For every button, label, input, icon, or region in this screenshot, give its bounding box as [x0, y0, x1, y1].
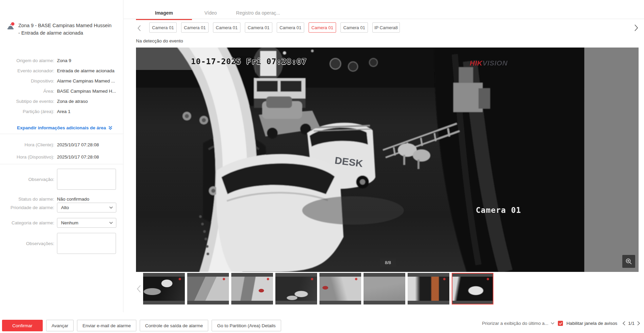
alarm-fields-list: Origem do alarme:Zona 9Evento acionador:…	[0, 55, 123, 116]
field-row: Partição (área):Area 1	[0, 106, 123, 116]
notification-window-checkbox[interactable]	[558, 321, 563, 326]
prioridade-row: Prioridade de alarme: Alto	[0, 203, 123, 212]
page-indicator: 1/1	[628, 321, 635, 326]
observacoes-label: Observações:	[0, 241, 57, 246]
camera-chip-8[interactable]: IP Camera8	[372, 22, 400, 33]
thumbnail-image	[275, 277, 317, 301]
camera-row-next-button[interactable]	[634, 24, 638, 31]
field-row: Hora (Cliente):2025/10/17 07:28:08	[0, 138, 123, 151]
status-value: Não confirmado	[57, 197, 89, 202]
categoria-label: Categoria de alarme:	[0, 220, 57, 225]
tabbar: ImagemVídeoRegistro da operaç...	[136, 7, 287, 19]
field-value: BASE Campinas Mamed H...	[57, 89, 116, 94]
observacao-textarea[interactable]	[57, 169, 116, 190]
field-row: Área:BASE Campinas Mamed H...	[0, 86, 123, 96]
thumb-dark-garage[interactable]	[143, 273, 185, 304]
zoom-in-button[interactable]	[622, 255, 635, 268]
pagination: 1/1	[623, 321, 640, 326]
camera-chip-2[interactable]: Camera 01	[181, 22, 209, 33]
thumb-gray-wall-gate[interactable]	[187, 273, 229, 304]
page-prev-icon[interactable]	[623, 321, 625, 326]
thumb-night-garage-van[interactable]	[452, 273, 493, 304]
chevron-down-icon	[109, 206, 113, 209]
image-index-badge: 8/8	[380, 258, 396, 267]
field-value: Alarme Campinas Mamed ...	[57, 78, 115, 84]
field-label: Origem do alarme:	[0, 58, 57, 63]
priority-display-dropdown[interactable]: Priorizar a exibição do último a...	[482, 321, 554, 326]
thumb-daylight-street[interactable]	[319, 273, 361, 304]
field-row: Dispositivo:Alarme Campinas Mamed ...	[0, 76, 123, 86]
field-value: Zona de atraso	[57, 99, 88, 104]
thumbnail-image	[187, 277, 229, 301]
field-row: Hora (Dispositivo):2025/10/17 07:28:08	[0, 151, 123, 163]
field-value: Area 1	[57, 109, 71, 114]
footer-right-cluster: Priorizar a exibição do último a... Habi…	[482, 321, 640, 326]
tab-registro-da-opera[interactable]: Registro da operaç...	[229, 7, 287, 19]
chevron-down-icon	[109, 222, 113, 224]
thumb-blurry-wall[interactable]	[364, 273, 405, 304]
camera-row-prev-button[interactable]	[137, 25, 141, 31]
field-label: Dispositivo:	[0, 78, 57, 84]
thumbnail-image	[364, 277, 405, 301]
field-row: Origem do alarme:Zona 9	[0, 55, 123, 66]
alarm-detail-sidebar: Zona 9 - BASE Campinas Mamed Hussein - E…	[0, 0, 123, 312]
categoria-row: Categoria de alarme: Nenhum	[0, 218, 123, 228]
thumbnail-prev-button[interactable]	[137, 285, 141, 293]
camera-chip-row: Camera 01Camera 01Camera 01Camera 01Came…	[149, 22, 400, 33]
thumbnail-image	[452, 277, 493, 301]
sidebar-divider	[123, 0, 123, 312]
field-label: Hora (Cliente):	[0, 142, 57, 147]
categoria-select[interactable]: Nenhum	[57, 218, 116, 228]
tab-imagem[interactable]: Imagem	[136, 7, 192, 19]
thumb-corridor-shelf[interactable]	[408, 273, 449, 304]
prioridade-label: Prioridade de alarme:	[0, 205, 57, 210]
field-label: Hora (Dispositivo):	[0, 154, 57, 160]
prioridade-value: Alto	[61, 205, 69, 210]
enviar-e-mail-de-alarme-button[interactable]: Enviar e-mail de alarme	[77, 320, 136, 331]
field-label: Área:	[0, 89, 57, 94]
field-value: Zona 9	[57, 58, 71, 63]
time-fields-list: Hora (Cliente):2025/10/17 07:28:08Hora (…	[0, 138, 123, 163]
field-label: Subtipo de evento:	[0, 99, 57, 104]
hikvision-logo: HIKVISION	[470, 59, 508, 67]
observacao-label: Observação:	[0, 177, 57, 182]
observacoes-row: Observações:	[0, 233, 123, 254]
camera-chip-1[interactable]: Camera 01	[149, 22, 177, 33]
thumbnail-image	[408, 277, 449, 301]
notification-window-label: Habilitar janela de avisos	[566, 321, 617, 326]
observacoes-textarea[interactable]	[57, 233, 116, 254]
prioridade-select[interactable]: Alto	[57, 203, 116, 212]
alarm-header: Zona 9 - BASE Campinas Mamed Hussein - E…	[6, 22, 115, 37]
expand-area-info-link[interactable]: Expandir informações adicionais de área	[17, 125, 113, 130]
divider	[0, 134, 123, 134]
priority-display-label: Priorizar a exibição do último a...	[482, 321, 548, 326]
observacao-row: Observação:	[0, 169, 123, 190]
status-row: Status do alarme: Não confirmado	[0, 194, 123, 204]
camera-chip-6[interactable]: Camera 01	[309, 22, 336, 33]
camera-chip-3[interactable]: Camera 01	[213, 22, 240, 33]
divider	[0, 164, 123, 164]
osd-camera-label: Camera 01	[476, 206, 521, 215]
go-to-partition-area-details-button[interactable]: Go to Partition (Area) Details	[212, 320, 281, 331]
thumbnail-strip	[137, 273, 496, 304]
expand-area-info-label: Expandir informações adicionais de área	[17, 125, 106, 130]
camera-chip-5[interactable]: Camera 01	[277, 22, 304, 33]
thumb-street-red-car[interactable]	[231, 273, 273, 304]
avan-ar-button[interactable]: Avançar	[46, 320, 74, 331]
alarm-siren-icon	[6, 22, 15, 37]
field-label: Partição (área):	[0, 109, 57, 114]
field-value: 2025/10/17 07:28:08	[57, 142, 99, 147]
confirmar-button[interactable]: Confirmar	[2, 320, 43, 331]
field-value: 2025/10/17 07:28:08	[57, 154, 99, 160]
camera-chip-7[interactable]: Camera 01	[340, 22, 368, 33]
field-row: Subtipo de evento:Zona de atraso	[0, 96, 123, 106]
page-next-icon[interactable]	[637, 321, 640, 326]
magnifier-plus-icon	[625, 258, 632, 265]
camera-snapshot: DESK 10-17-2025 Fri 07:28:07 HIKVISION C…	[136, 48, 584, 272]
camera-chip-4[interactable]: Camera 01	[245, 22, 272, 33]
controle-de-sa-da-de-alarme-button[interactable]: Controle de saída de alarme	[140, 320, 208, 331]
field-row: Evento acionador:Entrada de alarme acion…	[0, 66, 123, 76]
osd-timestamp: 10-17-2025 Fri 07:28:07	[191, 57, 307, 66]
thumb-dark-indoor-cars[interactable]	[275, 273, 317, 304]
tab-v-deo[interactable]: Vídeo	[192, 7, 229, 19]
